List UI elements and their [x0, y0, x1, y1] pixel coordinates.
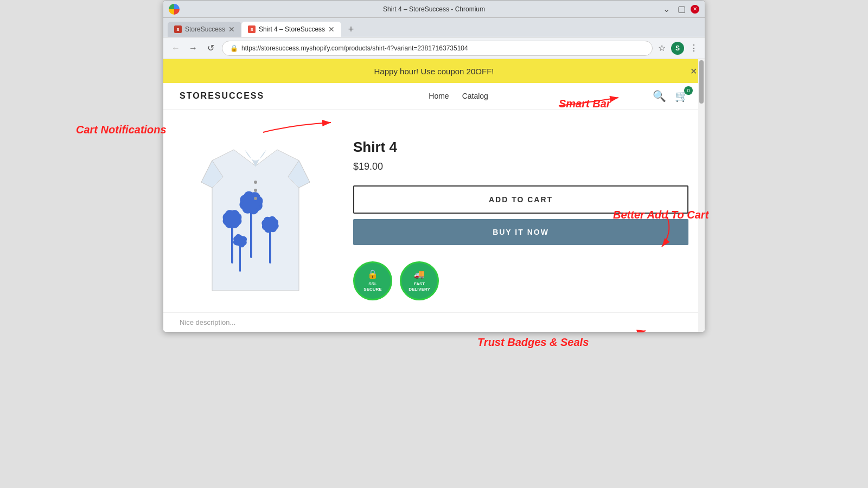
add-to-cart-button[interactable]: ADD TO CART [353, 185, 688, 214]
product-section: Shirt 4 $19.00 ADD TO CART BUY IT NOW 🔒 … [163, 123, 705, 312]
page-content: Happy hour! Use coupon 20OFF! ✕ STORESUC… [163, 59, 705, 332]
trust-badges-label: Trust Badges & Seals [477, 336, 589, 349]
lock-icon: 🔒 [230, 44, 238, 52]
menu-icon[interactable]: ⋮ [690, 43, 698, 53]
nav-home[interactable]: Home [429, 92, 449, 100]
svg-point-23 [254, 181, 257, 184]
svg-point-25 [254, 197, 257, 200]
close-button[interactable]: ✕ [691, 5, 699, 14]
cart-notifications-label: Cart Notifications [76, 124, 167, 136]
buy-now-button[interactable]: BUY IT NOW [353, 219, 688, 245]
browser-window: Shirt 4 – StoreSuccess - Chromium ⌄ ▢ ✕ … [163, 0, 705, 332]
tab-close-shirt4[interactable]: ✕ [328, 25, 335, 33]
trust-badges: 🔒 SSL SECURE 🚚 FAST DELIVERY [353, 261, 688, 300]
smart-bar: Happy hour! Use coupon 20OFF! ✕ [163, 59, 705, 83]
svg-point-24 [254, 189, 257, 192]
back-button[interactable]: ← [170, 43, 182, 53]
nav-catalog[interactable]: Catalog [462, 92, 488, 100]
product-image [190, 139, 321, 301]
delivery-label-bottom: DELIVERY [409, 287, 430, 292]
tab-storesuccess[interactable]: S StoreSuccess ✕ [168, 22, 241, 37]
delivery-icon: 🚚 [414, 269, 425, 280]
tab-favicon-store: S [174, 25, 182, 33]
smart-bar-close[interactable]: ✕ [690, 66, 697, 76]
window-title: Shirt 4 – StoreSuccess - Chromium [383, 5, 485, 13]
breadcrumb-spacer [163, 110, 705, 123]
product-info: Shirt 4 $19.00 ADD TO CART BUY IT NOW 🔒 … [353, 139, 688, 301]
product-price: $19.00 [353, 161, 688, 172]
minimize-icon[interactable]: ⌄ [660, 4, 672, 14]
product-title: Shirt 4 [353, 139, 688, 156]
cart-icon-wrap[interactable]: 🛒 0 [675, 89, 688, 102]
chromium-icon [169, 4, 180, 15]
bookmark-icon[interactable]: ☆ [658, 43, 666, 53]
product-image-wrap [180, 139, 331, 301]
profile-avatar[interactable]: S [671, 42, 684, 55]
ssl-badge: 🔒 SSL SECURE [353, 261, 392, 300]
new-tab-button[interactable]: + [343, 22, 359, 37]
title-bar: Shirt 4 – StoreSuccess - Chromium ⌄ ▢ ✕ [163, 1, 705, 18]
forward-button[interactable]: → [187, 43, 199, 53]
scrollbar-thumb[interactable] [699, 60, 704, 104]
tab-close-storesuccess[interactable]: ✕ [228, 25, 235, 33]
window-controls: ⌄ ▢ ✕ [660, 4, 699, 14]
address-input[interactable]: 🔒 https://storesuccess.myshopify.com/pro… [222, 41, 653, 56]
address-text: https://storesuccess.myshopify.com/produ… [241, 44, 468, 52]
maximize-icon[interactable]: ▢ [675, 4, 687, 14]
reload-button[interactable]: ↺ [205, 43, 216, 53]
tab-label-shirt4: Shirt 4 – StoreSuccess [259, 25, 325, 33]
page-background: Your store is beautiful! Shirt 4 – Store… [0, 0, 868, 488]
tab-label-storesuccess: StoreSuccess [185, 25, 225, 33]
product-description-partial: Nice description... [163, 312, 705, 332]
tab-shirt4[interactable]: S Shirt 4 – StoreSuccess ✕ [241, 22, 341, 37]
smart-bar-text: Happy hour! Use coupon 20OFF! [374, 67, 494, 76]
fast-delivery-badge: 🚚 FAST DELIVERY [400, 261, 439, 300]
search-icon[interactable]: 🔍 [653, 89, 666, 102]
delivery-label-top: FAST [414, 281, 425, 287]
cart-badge: 0 [684, 86, 693, 95]
tab-favicon-shirt: S [248, 25, 256, 33]
store-icons: 🔍 🛒 0 [653, 89, 688, 102]
address-bar: ← → ↺ 🔒 https://storesuccess.myshopify.c… [163, 37, 705, 59]
tab-bar: S StoreSuccess ✕ S Shirt 4 – StoreSucces… [163, 18, 705, 37]
ssl-label-top: SSL [368, 281, 377, 287]
store-name: STORESUCCESS [180, 91, 264, 101]
scrollbar[interactable] [698, 59, 705, 332]
store-header: STORESUCCESS Home Catalog 🔍 🛒 0 [163, 83, 705, 110]
ssl-label-bottom: SECURE [363, 287, 381, 292]
store-nav: Home Catalog [429, 92, 488, 100]
ssl-icon: 🔒 [367, 269, 378, 280]
